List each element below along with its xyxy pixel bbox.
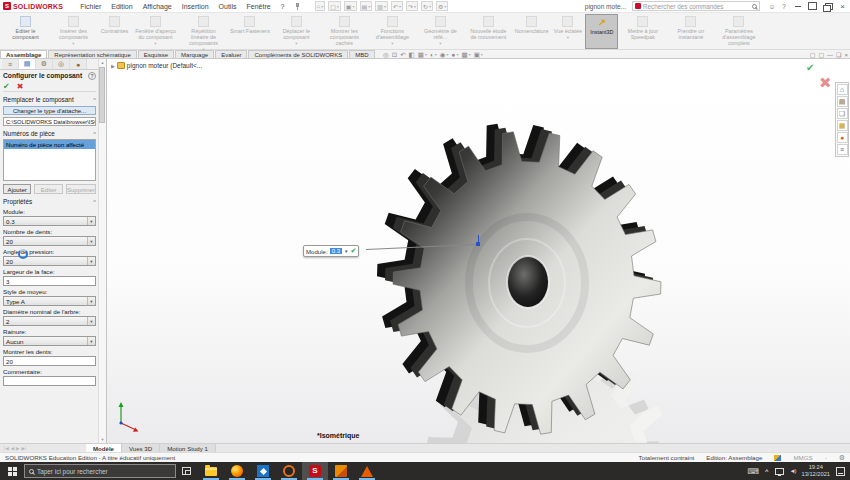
panel-scrollbar[interactable]: ▲ ▼	[98, 59, 106, 443]
properties-header[interactable]: Propriétés	[3, 197, 96, 206]
module-callout[interactable]: Module: 0.3 ▼ ✔	[303, 245, 359, 257]
doc-tab-motion-study-1[interactable]: Motion Study 1	[160, 444, 216, 452]
tab-nav-first-icon[interactable]: |◀	[4, 446, 9, 451]
hide-show-items-icon-caret[interactable]: ▾	[447, 52, 449, 57]
dropdown-angle-de-pression[interactable]: 20▾	[3, 256, 96, 266]
taskbar-search-input[interactable]: Taper ici pour rechercher	[24, 464, 176, 478]
search-icon[interactable]	[752, 4, 757, 9]
replace-component-header[interactable]: Remplacer le composant	[3, 95, 96, 104]
callout-dropdown-icon[interactable]: ▼	[344, 249, 348, 254]
design-library-icon[interactable]: ▤	[837, 96, 848, 107]
dropdown-arrow-icon[interactable]: ▾	[87, 297, 95, 305]
ok-check-icon[interactable]: ✔	[3, 82, 10, 91]
save-icon[interactable]: ▤▾	[360, 1, 373, 11]
home-icon[interactable]: ⌂▾	[315, 1, 326, 11]
doc-minimize-button[interactable]: —	[827, 52, 833, 58]
component-path-field[interactable]: C:\SOLIDWORKS Data\browser\ISO\po	[3, 117, 96, 126]
tab-nav-prev-icon[interactable]: ◀	[11, 446, 14, 451]
ribbon-button-instant3d[interactable]: ↗Instant3D	[585, 14, 618, 49]
file-explorer-icon[interactable]: ❏	[837, 108, 848, 119]
restore-button[interactable]	[820, 0, 835, 12]
tree-root-label[interactable]: pignon moteur (Default<...	[127, 62, 202, 69]
start-button[interactable]	[0, 462, 24, 480]
scroll-up-icon[interactable]: ▲	[101, 60, 105, 65]
scroll-down-icon[interactable]: ▼	[101, 437, 105, 442]
view-orientation-icon[interactable]: ▦▾	[418, 51, 427, 59]
tab-mbd[interactable]: MBD	[349, 50, 374, 58]
view-settings-icon-caret[interactable]: ▾	[481, 52, 483, 57]
zoom-to-fit-icon[interactable]: ◎	[383, 51, 389, 59]
change-fastener-type-button[interactable]: Changer le type d'attache...	[3, 106, 96, 115]
dropdown-arrow-icon[interactable]: ▾	[87, 237, 95, 245]
propertymanager-tab[interactable]: ▤	[19, 59, 36, 69]
menu-fichier[interactable]: Fichier	[75, 3, 106, 10]
part-numbers-list[interactable]: Numéro de pièce non affecté	[3, 139, 96, 181]
input-commentaire[interactable]	[3, 376, 96, 386]
panel-help-icon[interactable]: ?	[88, 72, 96, 80]
doc-close-button[interactable]: ×	[844, 52, 848, 58]
display-style-icon-caret[interactable]: ▾	[435, 52, 437, 57]
help-icon[interactable]: ?	[778, 3, 790, 10]
displaymanager-tab[interactable]: ●	[70, 59, 87, 69]
print-icon[interactable]: ▥▾	[375, 1, 388, 11]
apply-scene-icon[interactable]: ▩▾	[462, 51, 471, 59]
dropdown-style-de-moyeu[interactable]: Type A▾	[3, 296, 96, 306]
tab-assemblage[interactable]: Assemblage	[0, 50, 47, 58]
view-settings-icon[interactable]: ▣▾	[474, 51, 483, 59]
minimize-button[interactable]	[790, 0, 805, 12]
doc-window-icon[interactable]: ▢	[810, 51, 816, 58]
pin-icon[interactable]	[293, 2, 301, 10]
menu-fen-tre[interactable]: Fenêtre	[241, 3, 275, 10]
hidden-icons-chevron[interactable]: ^	[765, 468, 769, 474]
doc-window-icon-2[interactable]: ▢	[818, 51, 824, 58]
confirm-check-icon[interactable]: ✔	[806, 62, 814, 73]
dropdown-diam-tre-nominal-de-l-arbre[interactable]: 2▾	[3, 316, 96, 326]
ribbon-caret-3[interactable]: ▾	[154, 41, 156, 46]
dropdown-rainure[interactable]: Aucun▾	[3, 336, 96, 346]
tab-compl-ments-de-solidworks[interactable]: Compléments de SOLIDWORKS	[248, 50, 348, 58]
taskbar-app-vlc[interactable]	[354, 462, 380, 480]
input-largeur-de-la-face[interactable]: 3	[3, 276, 96, 286]
configurationmanager-tab[interactable]: ⚙	[36, 59, 53, 69]
part-numbers-header[interactable]: Numéros de pièce	[3, 129, 96, 138]
dropdown-arrow-icon[interactable]: ▾	[87, 257, 95, 265]
ribbon-caret-12[interactable]: ▾	[567, 35, 569, 40]
tab-nav-arrows[interactable]: |◀ ◀ ▶ ▶|	[0, 444, 86, 452]
taskbar-app-firefox[interactable]	[224, 462, 250, 480]
task-view-button[interactable]	[176, 462, 196, 480]
ribbon-caret-9[interactable]: ▾	[439, 41, 441, 46]
input-montrer-les-dents[interactable]: 20	[3, 356, 96, 366]
featuremanager-tab[interactable]: ≡	[2, 59, 19, 69]
feature-tree-root[interactable]: ▶ pignon moteur (Default<...	[111, 62, 202, 69]
taskbar-app-media-player[interactable]	[276, 462, 302, 480]
undo-icon[interactable]: ↶▾	[391, 1, 403, 11]
view-palette-icon[interactable]: ▦	[837, 120, 848, 131]
doc-tab-vues-3d[interactable]: Vues 3D	[122, 444, 160, 452]
home-icon[interactable]: ⌂	[837, 84, 848, 95]
dropdown-module[interactable]: 0.3▾	[3, 216, 96, 226]
ribbon-caret-1[interactable]: ▾	[72, 41, 74, 46]
appearances-icon[interactable]: ●	[837, 132, 848, 143]
hide-show-items-icon[interactable]: ◉▾	[440, 51, 449, 59]
menu-outils[interactable]: Outils	[214, 3, 242, 10]
dropdown-arrow-icon[interactable]: ▾	[87, 217, 95, 225]
menu-edition[interactable]: Edition	[106, 3, 137, 10]
gear-3d-model[interactable]	[107, 59, 850, 443]
tree-expand-icon[interactable]: ▶	[111, 63, 115, 69]
menu-insertion[interactable]: Insertion	[177, 3, 214, 10]
taskbar-app-photos[interactable]	[250, 462, 276, 480]
part-number-list-item[interactable]: Numéro de pièce non affecté	[4, 140, 95, 149]
display-style-icon[interactable]: ◐▾	[430, 51, 437, 58]
ribbon-caret-6[interactable]: ▾	[295, 41, 297, 46]
dropdown-arrow-icon[interactable]: ▾	[87, 317, 95, 325]
scrollbar-thumb[interactable]	[99, 67, 105, 123]
tab-marquage[interactable]: Marquage	[175, 50, 214, 58]
add-button[interactable]: Ajouter	[3, 184, 31, 194]
callout-value-field[interactable]: 0.3	[330, 248, 342, 254]
volume-icon[interactable]: ◄)	[790, 468, 796, 474]
edit-appearance-icon-caret[interactable]: ▾	[456, 52, 458, 57]
cancel-x-icon[interactable]: ✖	[17, 82, 24, 91]
taskbar-app-file-explorer[interactable]	[198, 462, 224, 480]
units-indicator[interactable]: MMGS	[793, 454, 812, 461]
menu-affichage[interactable]: Affichage	[138, 3, 177, 10]
